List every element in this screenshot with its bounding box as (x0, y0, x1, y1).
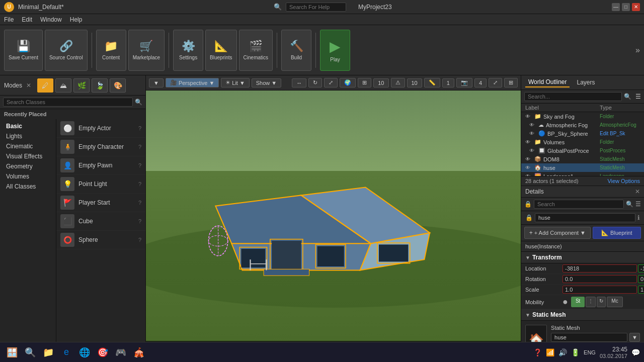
category-basic[interactable]: Basic (0, 121, 56, 131)
mob-btn-st1[interactable]: St (571, 297, 585, 307)
mode-btn-landscape[interactable]: ⛰ (55, 78, 71, 93)
wo-item-huse[interactable]: 👁 🏠 huse StaticMesh (521, 163, 644, 172)
list-item-player-start[interactable]: 🚩 Player Start ? (56, 194, 145, 212)
category-all-classes[interactable]: All Classes (0, 182, 56, 192)
toolbar-content-btn[interactable]: 📁 Content (96, 30, 126, 71)
taskbar-edge-btn[interactable]: e (58, 344, 74, 360)
vp-snap-btn[interactable]: 📏 (424, 78, 440, 87)
wo-item-landscape[interactable]: 👁 🌄 Landscape1 Landscape (521, 172, 644, 176)
toolbar-source-btn[interactable]: 🔗 Source Control (45, 30, 88, 71)
sphere-info[interactable]: ? (138, 237, 141, 243)
wo-view-options[interactable]: View Options (607, 178, 640, 184)
taskbar-files-btn[interactable]: 📁 (40, 344, 56, 360)
toolbar-save-btn[interactable]: 💾 Save Current (4, 30, 43, 71)
empty-actor-info[interactable]: ? (138, 125, 141, 131)
toolbar-play-btn[interactable]: ▶ Play (320, 30, 350, 71)
category-visual-effects[interactable]: Visual Effects (0, 151, 56, 161)
toolbar-expand[interactable]: » (635, 46, 640, 55)
vp-snap-size[interactable]: 1 (442, 78, 454, 87)
wo-item-globalpost[interactable]: 👁 🔲 GlobalPostProce PostProces (521, 146, 644, 155)
wo-item-volumes[interactable]: 👁 📁 Volumes Folder (521, 138, 644, 146)
static-mesh-section-header[interactable]: ▼ Static Mesh (521, 309, 644, 321)
sm-name-input[interactable] (551, 333, 627, 342)
dp-search-input[interactable] (534, 200, 624, 209)
wo-search-input[interactable] (524, 92, 622, 101)
taskbar-start-btn[interactable]: 🪟 (4, 344, 20, 360)
toolbar-blueprints-btn[interactable]: 📐 Blueprints (205, 30, 236, 71)
rotation-y-input[interactable] (638, 275, 644, 283)
vp-grid-size[interactable]: 10 (373, 78, 388, 87)
vp-scale-btn[interactable]: ⤢ (324, 78, 338, 87)
wo-item-atmo[interactable]: 👁 ☁ Atmospheric Fog AtmosphericFog (521, 121, 644, 129)
taskbar-wifi-icon[interactable]: 📶 (546, 348, 554, 356)
player-start-info[interactable]: ? (138, 200, 141, 206)
menu-help[interactable]: Help (70, 16, 83, 23)
category-lights[interactable]: Lights (0, 131, 56, 141)
list-item-point-light[interactable]: 💡 Point Light ? (56, 175, 145, 194)
location-x-input[interactable] (562, 264, 637, 273)
category-volumes[interactable]: Volumes (0, 171, 56, 182)
taskbar-blender-btn[interactable]: 🎯 (95, 344, 111, 360)
scale-y-input[interactable] (638, 286, 644, 294)
dp-info-icon[interactable]: ℹ (637, 214, 640, 221)
viewport-canvas[interactable]: No active Level Sequencer detected. Plea… (146, 90, 521, 359)
mode-btn-foliage[interactable]: 🌿 (73, 78, 90, 93)
scale-x-input[interactable] (562, 286, 637, 294)
mob-btn-mc[interactable]: Mc (607, 297, 622, 307)
mob-btn-st2[interactable]: ⋮ (586, 297, 596, 307)
empty-char-info[interactable]: ? (138, 144, 141, 150)
minimize-button[interactable]: — (612, 3, 620, 11)
rotation-x-input[interactable] (562, 275, 637, 283)
toolbar-build-btn[interactable]: 🔨 Build (281, 30, 311, 71)
taskbar-sound-icon[interactable]: 🔊 (558, 348, 567, 356)
category-geometry[interactable]: Geometry (0, 161, 56, 171)
list-item-cube[interactable]: ⬛ Cube ? (56, 212, 145, 231)
list-item-empty-character[interactable]: 🧍 Empty Character ? (56, 138, 145, 156)
mode-btn-select[interactable]: 🖊 (37, 78, 53, 93)
mob-btn-st3[interactable]: ↻ (597, 297, 606, 307)
vp-world-btn[interactable]: 🌍 (340, 78, 356, 87)
vp-angle-btn[interactable]: ⚠ (391, 78, 405, 87)
close-button[interactable]: ✕ (632, 3, 640, 11)
taskbar-epic-btn[interactable]: 🎪 (131, 344, 147, 360)
cube-info[interactable]: ? (138, 218, 141, 224)
maximize-button[interactable]: □ (622, 3, 630, 11)
mode-btn-brush[interactable]: 🍃 (92, 78, 108, 93)
vp-camera-btn[interactable]: 📷 (456, 78, 472, 87)
search-help-icon[interactable]: 🔍 (274, 3, 282, 11)
wo-list-icon[interactable]: ☰ (635, 93, 641, 100)
transform-section-header[interactable]: ▼ Transform (521, 252, 644, 263)
category-cinematic[interactable]: Cinematic (0, 141, 56, 151)
toolbar-cinematics-btn[interactable]: 🎬 Cinematics (239, 30, 273, 71)
taskbar-ue-btn[interactable]: 🎮 (113, 344, 129, 360)
vp-maximize-btn[interactable]: ⤢ (489, 78, 502, 87)
taskbar-search-btn[interactable]: 🔍 (22, 344, 38, 360)
list-item-empty-pawn[interactable]: 👤 Empty Pawn ? (56, 156, 145, 175)
vp-layout-btn[interactable]: ⊞ (504, 78, 518, 87)
dp-list-icon[interactable]: ☰ (635, 201, 641, 208)
modes-close[interactable]: ✕ (26, 82, 31, 89)
wo-item-sky[interactable]: 👁 📁 Sky and Fog Folder (521, 112, 644, 121)
empty-pawn-info[interactable]: ? (138, 162, 141, 168)
vp-camera-speed[interactable]: 4 (474, 78, 487, 87)
menu-edit[interactable]: Edit (22, 16, 32, 23)
vp-rotate-btn[interactable]: ↻ (308, 78, 322, 87)
wo-tab-outliner[interactable]: World Outliner (525, 77, 570, 87)
taskbar-chrome-btn[interactable]: 🌐 (76, 344, 93, 360)
taskbar-notification-icon[interactable]: 💬 (631, 348, 640, 356)
mode-btn-paint[interactable]: 🎨 (110, 78, 126, 93)
details-close[interactable]: ✕ (635, 188, 640, 195)
location-y-input[interactable] (638, 264, 644, 273)
vp-angle-size[interactable]: 10 (407, 78, 422, 87)
toolbar-marketplace-btn[interactable]: 🛒 Marketplace (128, 30, 165, 71)
dp-name-input[interactable] (535, 213, 635, 222)
taskbar-help-icon[interactable]: ❓ (533, 348, 542, 356)
list-item-empty-actor[interactable]: ⚪ Empty Actor ? (56, 119, 145, 138)
taskbar-battery-icon[interactable]: 🔋 (571, 348, 580, 356)
vp-grid-btn[interactable]: ⊞ (358, 78, 371, 87)
wo-tab-layers[interactable]: Layers (574, 78, 598, 87)
menu-file[interactable]: File (4, 16, 14, 23)
vp-dropdown-btn[interactable]: ▼ (149, 78, 164, 87)
wo-item-dom8[interactable]: 👁 📦 DOM8 StaticMesh (521, 155, 644, 163)
menu-window[interactable]: Window (40, 16, 62, 23)
